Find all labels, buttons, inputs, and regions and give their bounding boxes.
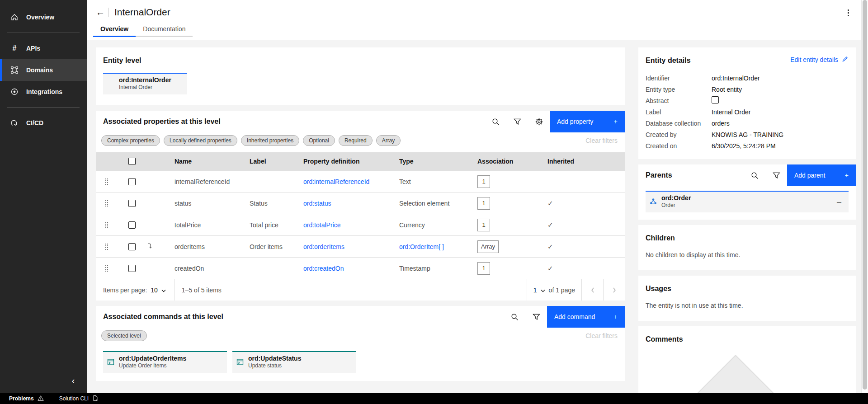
table-header-row: Name Label Property definition Type Asso… xyxy=(96,152,625,170)
tab-overview[interactable]: Overview xyxy=(93,22,136,37)
inherited-check-icon: ✓ xyxy=(547,221,553,229)
command-tile-ord-updatestatus[interactable]: ord:UpdateStatus Update status xyxy=(232,351,356,373)
association-badge: Array xyxy=(477,240,499,253)
property-name: status xyxy=(175,200,191,207)
detail-field-value: Internal Order xyxy=(712,108,849,116)
table-row[interactable]: createdOn ord:createdOn Timestamp 1 ✓ xyxy=(96,257,625,279)
row-checkbox[interactable] xyxy=(128,243,136,250)
property-name: orderItems xyxy=(175,243,205,250)
tab-documentation[interactable]: Documentation xyxy=(136,22,193,37)
properties-table: Name Label Property definition Type Asso… xyxy=(96,152,625,279)
column-header-name[interactable]: Name xyxy=(139,158,248,165)
row-checkbox[interactable] xyxy=(128,265,136,272)
add-parent-button[interactable]: Add parent+ xyxy=(787,164,856,186)
usages-title: Usages xyxy=(646,285,849,293)
sidebar-item-apis[interactable]: # APIs xyxy=(0,38,87,59)
sidebar-item-ci-cd[interactable]: CI/CD xyxy=(0,112,87,134)
settings-gear-icon[interactable] xyxy=(528,111,550,132)
filter-icon[interactable] xyxy=(525,306,547,328)
select-all-checkbox[interactable] xyxy=(128,158,136,165)
column-header-type[interactable]: Type xyxy=(397,158,476,165)
items-per-page-select[interactable]: 10 xyxy=(151,287,166,294)
filter-tag-locally-defined-properties[interactable]: Locally defined properties xyxy=(164,135,237,146)
table-row[interactable]: internalReferenceId ord:internalReferenc… xyxy=(96,170,625,192)
entity-icon xyxy=(107,80,115,88)
add-command-button[interactable]: Add command+ xyxy=(547,306,625,328)
property-definition-link[interactable]: ord:orderItems xyxy=(303,243,344,250)
detail-field-label: Database collection xyxy=(646,120,712,127)
drag-handle-icon[interactable] xyxy=(104,243,109,251)
commands-filter-tags: Selected levelClear filters xyxy=(96,328,625,348)
parent-tile-ord-order[interactable]: ord:Order Order – xyxy=(646,191,849,212)
sidebar-nav: Overview # APIs Domains Integrations CI/… xyxy=(0,0,87,134)
tile-label: Update status xyxy=(248,362,301,369)
search-icon[interactable] xyxy=(485,111,506,132)
command-tiles: ord:UpdateOrderItems Update Order Items … xyxy=(96,351,625,373)
row-checkbox[interactable] xyxy=(128,221,136,229)
problems-button[interactable]: Problems xyxy=(9,395,44,403)
properties-filter-tags: Complex propertiesLocally defined proper… xyxy=(96,132,625,152)
drag-handle-icon[interactable] xyxy=(104,264,109,272)
association-badge: 1 xyxy=(477,219,490,231)
sidebar-item-integrations[interactable]: Integrations xyxy=(0,81,87,103)
solution-cli-button[interactable]: Solution CLI xyxy=(59,395,98,403)
column-header-definition[interactable]: Property definition xyxy=(302,158,397,165)
property-definition-link[interactable]: ord:totalPrice xyxy=(303,221,340,229)
command-tile-ord-updateorderitems[interactable]: ord:UpdateOrderItems Update Order Items xyxy=(103,351,227,373)
children-section: Children No children to display at this … xyxy=(638,225,856,270)
search-icon[interactable] xyxy=(504,306,525,328)
back-arrow-icon[interactable]: ← xyxy=(94,7,107,18)
table-row[interactable]: status Status ord:status Selection eleme… xyxy=(96,192,625,214)
add-property-button[interactable]: Add property+ xyxy=(550,111,625,132)
usages-empty-text: The entity is not in use at this time. xyxy=(646,302,849,309)
entity-tile[interactable]: ord:InternalOrder Internal Order xyxy=(103,73,187,94)
drag-handle-icon[interactable] xyxy=(104,221,109,229)
row-checkbox[interactable] xyxy=(128,178,136,185)
filter-tag-selected-level[interactable]: Selected level xyxy=(101,330,147,341)
detail-field-row: Database collection orders xyxy=(646,119,849,127)
property-definition-link[interactable]: ord:internalReferenceId xyxy=(303,178,369,185)
filter-tag-array[interactable]: Array xyxy=(376,135,401,146)
right-column: Entity details Edit entity details Ident… xyxy=(638,47,856,393)
property-definition-link[interactable]: ord:status xyxy=(303,200,331,207)
clear-filters-button[interactable]: Clear filters xyxy=(585,332,618,339)
overflow-menu-icon[interactable] xyxy=(844,7,853,18)
filter-tag-complex-properties[interactable]: Complex properties xyxy=(101,135,160,146)
next-page-icon[interactable] xyxy=(603,279,625,301)
remove-parent-icon[interactable]: – xyxy=(834,197,844,207)
scrollbar-thumb[interactable] xyxy=(863,0,867,390)
drag-handle-icon[interactable] xyxy=(104,178,109,186)
search-icon[interactable] xyxy=(744,164,765,186)
filter-icon[interactable] xyxy=(506,111,528,132)
table-row[interactable]: totalPrice Total price ord:totalPrice Cu… xyxy=(96,214,625,235)
property-label: Order items xyxy=(248,243,302,250)
property-definition-link[interactable]: ord:createdOn xyxy=(303,265,344,272)
column-header-association[interactable]: Association xyxy=(476,158,543,165)
filter-tag-optional[interactable]: Optional xyxy=(303,135,335,146)
properties-section: Associated properties at this level Add … xyxy=(96,111,625,301)
sidebar-item-domains[interactable]: Domains xyxy=(0,59,87,81)
filter-tag-inherited-properties[interactable]: Inherited properties xyxy=(241,135,299,146)
association-badge: 1 xyxy=(477,175,490,188)
column-header-label[interactable]: Label xyxy=(248,158,302,165)
sidebar-collapse-button[interactable]: ‹ xyxy=(66,373,80,388)
clear-filters-button[interactable]: Clear filters xyxy=(585,137,618,144)
page-select[interactable]: 1 xyxy=(533,287,545,294)
abstract-checkbox[interactable] xyxy=(712,96,719,103)
property-type: Currency xyxy=(397,221,476,229)
pencil-icon xyxy=(842,56,849,64)
filter-tag-required[interactable]: Required xyxy=(339,135,373,146)
table-row[interactable]: orderItems Order items ord:orderItems or… xyxy=(96,235,625,257)
previous-page-icon[interactable] xyxy=(581,279,603,301)
drag-handle-icon[interactable] xyxy=(104,199,109,207)
edit-entity-details-link[interactable]: Edit entity details xyxy=(790,56,849,64)
sidebar-item-overview[interactable]: Overview xyxy=(0,6,87,28)
sidebar-item-label: Integrations xyxy=(26,88,62,95)
left-column: Entity level ord:InternalOrder Internal … xyxy=(96,47,625,393)
row-checkbox[interactable] xyxy=(128,200,136,207)
column-header-inherited[interactable]: Inherited xyxy=(543,158,625,165)
filter-icon[interactable] xyxy=(765,164,787,186)
detail-field-value: 6/30/2025, 5:24:28 PM xyxy=(712,142,849,150)
type-definition-link[interactable]: ord:OrderItem[ ] xyxy=(399,243,444,250)
entity-icon xyxy=(649,197,657,206)
